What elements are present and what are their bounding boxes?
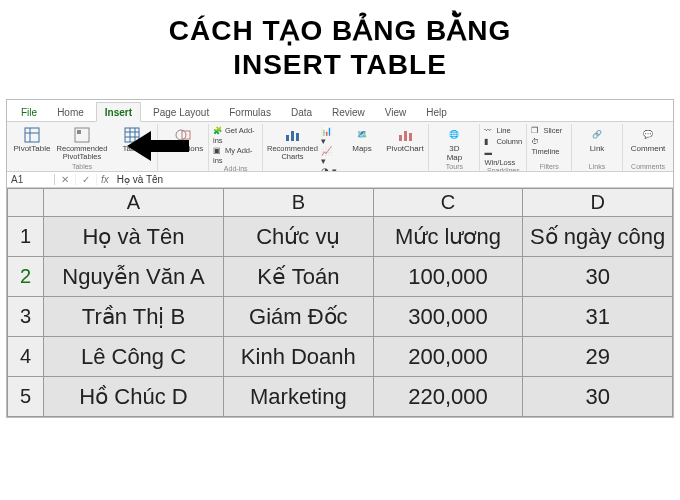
formula-input[interactable]: Họ và Tên — [113, 174, 167, 185]
timeline-icon: ⏱ — [531, 137, 541, 147]
my-addins-button[interactable]: ▣My Add-ins — [213, 146, 258, 165]
svg-rect-5 — [77, 130, 81, 134]
store-icon: 🧩 — [213, 126, 223, 136]
slicer-label: Slicer — [543, 126, 562, 135]
row-header[interactable]: 5 — [8, 377, 44, 417]
comment-button[interactable]: 💬 Comment — [627, 126, 669, 153]
chart-type-icon[interactable]: ◔ ▾ — [321, 166, 338, 172]
sparkline-line-icon: 〰 — [484, 126, 494, 136]
tab-help[interactable]: Help — [418, 103, 455, 121]
ribbon-group-sparklines: 〰Line ▮Column ▬Win/Loss Sparklines — [480, 124, 527, 171]
tab-formulas[interactable]: Formulas — [221, 103, 279, 121]
select-all-corner[interactable] — [8, 189, 44, 217]
cell[interactable]: 30 — [523, 377, 673, 417]
sparkline-column-label: Column — [496, 137, 522, 146]
cell[interactable]: Marketing — [224, 377, 374, 417]
column-header-d[interactable]: D — [523, 189, 673, 217]
group-tours-label: Tours — [446, 163, 463, 171]
ribbon-group-illustrations: Illustrations — [158, 124, 209, 171]
group-filters-label: Filters — [540, 163, 559, 171]
timeline-button[interactable]: ⏱Timeline — [531, 137, 567, 156]
addins-icon: ▣ — [213, 146, 223, 156]
3d-map-button[interactable]: 🌐 3D Map — [433, 126, 475, 162]
tab-home[interactable]: Home — [49, 103, 92, 121]
cell[interactable]: Kinh Doanh — [224, 337, 374, 377]
cell[interactable]: Chức vụ — [224, 217, 374, 257]
chart-type-icon[interactable]: 📊 ▾ — [321, 126, 338, 146]
tab-page-layout[interactable]: Page Layout — [145, 103, 217, 121]
cell[interactable]: 29 — [523, 337, 673, 377]
title-line-1: CÁCH TẠO BẢNG BẰNG — [0, 14, 680, 48]
pivotchart-button[interactable]: PivotChart — [386, 126, 425, 153]
map-icon: 🗺️ — [353, 126, 371, 144]
slicer-icon: ❒ — [531, 126, 541, 136]
row-header[interactable]: 1 — [8, 217, 44, 257]
sparkline-column-icon: ▮ — [484, 137, 494, 147]
cell[interactable]: 100,000 — [373, 257, 523, 297]
cell[interactable]: Họ và Tên — [44, 217, 224, 257]
tab-data[interactable]: Data — [283, 103, 320, 121]
fx-icon[interactable]: fx — [97, 174, 113, 185]
svg-rect-17 — [404, 131, 407, 141]
svg-rect-16 — [399, 135, 402, 141]
svg-rect-13 — [286, 135, 289, 141]
cell[interactable]: Mức lương — [373, 217, 523, 257]
comment-label: Comment — [631, 145, 666, 153]
name-box[interactable]: A1 — [7, 174, 55, 185]
recommended-charts-button[interactable]: Recommended Charts — [267, 126, 317, 161]
tab-insert[interactable]: Insert — [96, 102, 141, 122]
table-button[interactable]: Table — [111, 126, 153, 153]
chart-type-icon[interactable]: 📈 ▾ — [321, 146, 338, 166]
cell[interactable]: Kế Toán — [224, 257, 374, 297]
recommended-pivottables-label: Recommended PivotTables — [57, 145, 108, 161]
cell[interactable]: 200,000 — [373, 337, 523, 377]
table-icon — [123, 126, 141, 144]
cell[interactable]: 30 — [523, 257, 673, 297]
sparkline-winloss-button[interactable]: ▬Win/Loss — [484, 148, 522, 167]
comment-icon: 💬 — [639, 126, 657, 144]
cell[interactable]: Số ngày công — [523, 217, 673, 257]
cell[interactable]: 31 — [523, 297, 673, 337]
page-title: CÁCH TẠO BẢNG BẰNG INSERT TABLE — [0, 14, 680, 81]
cell[interactable]: Nguyễn Văn A — [44, 257, 224, 297]
column-header-a[interactable]: A — [44, 189, 224, 217]
link-icon: 🔗 — [588, 126, 606, 144]
cancel-icon[interactable]: ✕ — [55, 174, 76, 185]
chart-types-gallery[interactable]: 📊 ▾ 📈 ▾ ◔ ▾ — [321, 126, 338, 172]
cell[interactable]: 300,000 — [373, 297, 523, 337]
tab-review[interactable]: Review — [324, 103, 373, 121]
group-links-label: Links — [589, 163, 605, 171]
cell[interactable]: 220,000 — [373, 377, 523, 417]
column-header-b[interactable]: B — [224, 189, 374, 217]
sparkline-line-button[interactable]: 〰Line — [484, 126, 522, 136]
enter-icon[interactable]: ✓ — [76, 174, 97, 185]
column-header-c[interactable]: C — [373, 189, 523, 217]
link-button[interactable]: 🔗 Link — [576, 126, 618, 153]
group-comments-label: Comments — [631, 163, 665, 171]
cell[interactable]: Lê Công C — [44, 337, 224, 377]
ribbon-group-comments: 💬 Comment Comments — [623, 124, 673, 171]
tab-file[interactable]: File — [13, 103, 45, 121]
sparkline-column-button[interactable]: ▮Column — [484, 137, 522, 147]
pivottable-button[interactable]: PivotTable — [11, 126, 53, 153]
cell[interactable]: Trần Thị B — [44, 297, 224, 337]
recommended-pivottables-button[interactable]: Recommended PivotTables — [57, 126, 107, 161]
sparkline-winloss-label: Win/Loss — [484, 158, 515, 167]
row-header[interactable]: 4 — [8, 337, 44, 377]
get-addins-button[interactable]: 🧩Get Add-ins — [213, 126, 258, 145]
tab-view[interactable]: View — [377, 103, 415, 121]
sparkline-line-label: Line — [496, 126, 510, 135]
globe-icon: 🌐 — [445, 126, 463, 144]
row-header[interactable]: 3 — [8, 297, 44, 337]
row-header[interactable]: 2 — [8, 257, 44, 297]
slicer-button[interactable]: ❒Slicer — [531, 126, 567, 136]
cell[interactable]: Hồ Chúc D — [44, 377, 224, 417]
group-addins-label: Add-ins — [224, 165, 248, 172]
maps-button[interactable]: 🗺️ Maps — [343, 126, 382, 153]
ribbon-tabstrip: File Home Insert Page Layout Formulas Da… — [7, 100, 673, 122]
table-label: Table — [122, 145, 141, 153]
cell[interactable]: Giám Đốc — [224, 297, 374, 337]
ribbon-group-charts: Recommended Charts 📊 ▾ 📈 ▾ ◔ ▾ 🗺️ Maps P… — [263, 124, 429, 171]
worksheet-grid[interactable]: A B C D 1 Họ và Tên Chức vụ Mức lương Số… — [7, 188, 673, 417]
illustrations-button[interactable]: Illustrations — [162, 126, 204, 153]
